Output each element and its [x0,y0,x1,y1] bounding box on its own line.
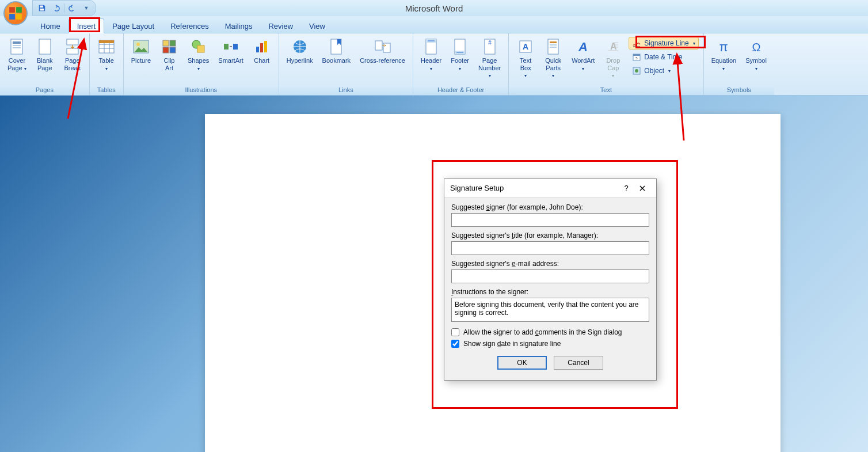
svg-rect-41 [550,41,557,43]
wordart-button[interactable]: AWordArt▾ [568,36,599,73]
blank-page-button[interactable]: BlankPage [32,36,58,73]
wordart-icon: A [574,37,592,56]
date-time-button[interactable]: 5Date & Time [629,51,698,63]
svg-rect-1 [16,7,22,13]
svg-rect-26 [260,43,263,52]
object-icon [632,66,641,75]
quick-access-toolbar: ▼ [32,0,96,16]
help-button[interactable]: ? [618,182,634,195]
svg-text:π: π [719,40,728,54]
save-icon[interactable] [36,2,48,14]
tab-view[interactable]: View [301,19,333,33]
separator [64,3,64,13]
group-pages: CoverPage ▾ BlankPage PageBreak Pages [0,33,90,95]
header-button[interactable]: Header▾ [417,36,446,73]
signer-email-label: Suggested signer's e-mail address: [451,260,649,268]
svg-rect-4 [40,6,43,8]
tab-page-layout[interactable]: Page Layout [104,19,162,33]
close-button[interactable] [634,182,650,195]
symbol-button[interactable]: ΩSymbol▾ [741,36,771,73]
tab-mailings[interactable]: Mailings [217,19,261,33]
symbol-icon: Ω [747,37,766,56]
ok-button[interactable]: OK [497,356,547,370]
cross-reference-icon [374,37,392,56]
svg-text:#: # [488,40,492,46]
title-bar: ▼ Microsoft Word [0,0,868,16]
svg-point-16 [136,43,140,46]
footer-button[interactable]: Footer▾ [447,36,473,73]
quick-parts-icon [544,37,562,56]
svg-rect-24 [233,44,238,50]
chart-button[interactable]: Chart [249,36,275,66]
text-box-button[interactable]: ATextBox▾ [512,36,539,81]
hyperlink-button[interactable]: Hyperlink [283,36,317,66]
svg-rect-18 [170,40,176,46]
svg-rect-17 [163,40,169,46]
clip-art-button[interactable]: ClipArt [156,36,182,73]
ribbon: CoverPage ▾ BlankPage PageBreak Pages Ta… [0,33,868,96]
clip-art-icon [160,37,178,56]
svg-rect-22 [197,45,204,52]
drop-cap-icon: A [604,37,622,56]
office-button[interactable] [3,1,28,25]
ribbon-tabs: Home Insert Page Layout References Maili… [0,16,868,33]
picture-icon [132,37,150,56]
page-number-button[interactable]: #PageNumber▾ [474,36,505,81]
bookmark-icon [327,37,345,56]
table-button[interactable]: Table▾ [93,36,120,73]
signature-line-button[interactable]: Signature Line▾ [629,37,698,50]
picture-button[interactable]: Picture [127,36,155,66]
allow-comments-checkbox[interactable] [451,328,459,336]
instructions-label: Instructions to the signer: [451,288,649,296]
date-time-icon: 5 [632,52,641,62]
quick-parts-button[interactable]: QuickParts▾ [540,36,566,81]
page-break-icon [63,37,82,56]
smartart-icon [222,37,240,56]
tab-home[interactable]: Home [32,19,68,33]
dialog-titlebar[interactable]: Signature Setup ? [444,179,656,197]
equation-button[interactable]: πEquation▾ [707,36,740,73]
cover-page-icon [7,37,26,56]
cover-page-button[interactable]: CoverPage ▾ [3,36,31,73]
svg-rect-47 [633,54,640,56]
signer-input[interactable] [451,213,649,227]
svg-rect-2 [9,14,15,20]
redo-icon[interactable] [67,2,78,14]
group-illustrations: Picture ClipArt Shapes▾ SmartArt Chart I… [124,33,279,95]
svg-rect-0 [9,7,15,13]
smartart-button[interactable]: SmartArt [214,36,247,66]
signature-line-icon [632,39,641,48]
signer-email-input[interactable] [451,269,649,283]
signer-title-input[interactable] [451,241,649,255]
dialog-title: Signature Setup [450,184,504,192]
show-date-checkbox[interactable] [451,340,459,348]
group-symbols: πEquation▾ ΩSymbol▾ Symbols [704,33,774,95]
object-button[interactable]: Object▾ [629,64,698,77]
bookmark-button[interactable]: Bookmark [318,36,355,66]
svg-rect-25 [256,47,259,52]
svg-rect-43 [550,47,557,48]
drop-cap-button[interactable]: ADropCap▾ [600,36,626,81]
header-icon [422,37,440,56]
blank-page-icon [36,37,54,56]
tab-review[interactable]: Review [260,19,301,33]
undo-icon[interactable] [50,2,62,14]
group-text: ATextBox▾ QuickParts▾ AWordArt▾ ADropCap… [509,33,704,95]
svg-text:Ω: Ω [752,41,760,54]
group-label-illustrations: Illustrations [124,85,279,95]
svg-rect-30 [375,41,382,50]
table-icon [97,37,116,56]
group-label-text: Text [509,85,703,95]
equation-icon: π [714,37,733,56]
tab-insert[interactable]: Insert [68,18,105,33]
qat-customize-dropdown[interactable]: ▼ [81,2,92,14]
instructions-textarea[interactable] [451,298,649,322]
cross-reference-button[interactable]: Cross-reference [356,36,409,66]
tab-references[interactable]: References [162,19,216,33]
page-break-button[interactable]: PageBreak [59,36,86,73]
shapes-button[interactable]: Shapes▾ [184,36,213,73]
cancel-button[interactable]: Cancel [554,356,603,370]
signer-title-label: Suggested signer's title (for example, M… [451,231,649,240]
group-tables: Table▾ Tables [90,33,124,95]
page-number-icon: # [481,37,499,56]
